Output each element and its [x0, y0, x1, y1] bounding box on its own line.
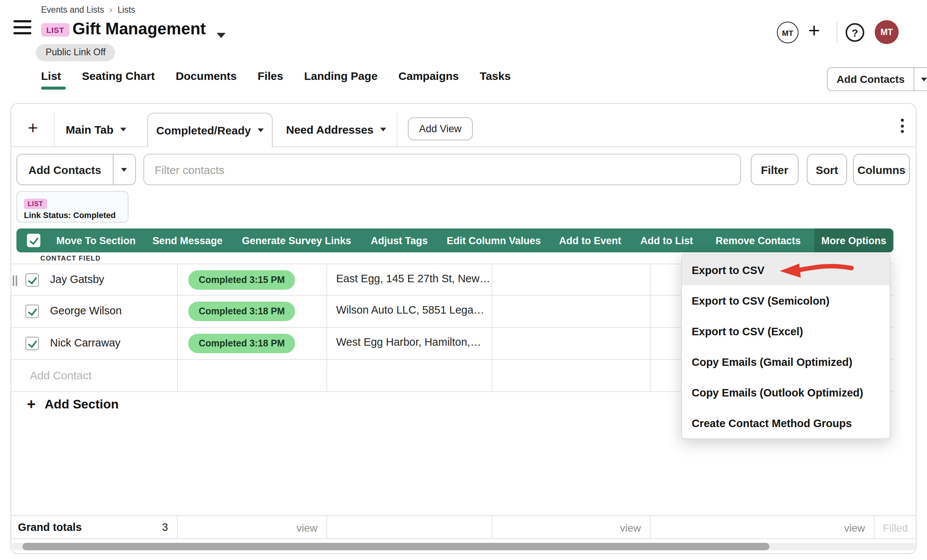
sort-button[interactable]: Sort: [807, 154, 847, 185]
add-section-label: Add Section: [44, 397, 119, 412]
tab-list[interactable]: List: [41, 70, 61, 82]
column-divider: [327, 328, 327, 359]
column-divider: [650, 328, 650, 359]
row-checkbox[interactable]: [26, 305, 39, 318]
chevron-down-icon[interactable]: [217, 33, 226, 38]
chevron-down-icon[interactable]: [258, 128, 264, 132]
add-section-button[interactable]: + Add Section: [27, 396, 119, 413]
send-message-button[interactable]: Send Message: [142, 229, 233, 252]
status-pill[interactable]: Completed 3:18 PM: [188, 302, 295, 321]
column-divider: [650, 516, 650, 538]
horizontal-scrollbar-thumb[interactable]: [23, 543, 769, 550]
kebab-menu-icon[interactable]: [901, 119, 904, 133]
link-status-chip: LIST Link Status: Completed: [17, 191, 129, 223]
add-contacts-button-top[interactable]: Add Contacts: [827, 67, 927, 91]
view-total-link[interactable]: view: [491, 522, 641, 534]
column-divider: [491, 328, 492, 359]
column-header-contact-field: CONTACT FIELD: [40, 255, 101, 262]
column-divider: [491, 296, 492, 327]
contact-name[interactable]: Jay Gatsby: [50, 273, 104, 285]
add-to-list-button[interactable]: Add to List: [631, 229, 702, 252]
status-pill[interactable]: Completed 3:15 PM: [188, 270, 295, 290]
more-options-button[interactable]: More Options: [814, 229, 894, 252]
grand-totals-count: 3: [101, 521, 168, 533]
add-contacts-button[interactable]: Add Contacts: [17, 154, 135, 185]
column-divider: [650, 360, 650, 391]
filter-button[interactable]: Filter: [751, 154, 798, 185]
chevron-down-icon[interactable]: [913, 68, 927, 90]
filter-contacts-input[interactable]: [143, 154, 741, 185]
plus-icon: +: [27, 396, 35, 413]
workspace-avatar[interactable]: MT: [777, 22, 798, 43]
breadcrumb-events-and-lists[interactable]: Events and Lists: [41, 5, 104, 14]
view-tab-label: Main Tab: [66, 123, 114, 135]
list-type-badge: LIST: [24, 199, 47, 209]
contact-name[interactable]: George Wilson: [50, 305, 122, 317]
tab-campaigns[interactable]: Campaigns: [398, 70, 459, 82]
column-divider: [327, 360, 327, 391]
bulk-action-bar: Move To Section Send Message Generate Su…: [17, 229, 894, 252]
grand-totals-row: Grand totals 3 view view view Filled: [11, 515, 916, 539]
contact-address[interactable]: East Egg, 145 E 27th St, New…: [336, 273, 490, 284]
tab-files[interactable]: Files: [258, 70, 283, 82]
user-avatar[interactable]: MT: [875, 20, 899, 44]
breadcrumb-lists[interactable]: Lists: [118, 5, 135, 14]
contact-address[interactable]: Wilson Auto LLC, 5851 Lega…: [336, 304, 485, 316]
menu-item-copy-emails-gmail[interactable]: Copy Emails (Gmail Optimized): [682, 346, 890, 377]
view-tab-separator: [54, 113, 55, 146]
row-checkbox[interactable]: [26, 273, 39, 287]
add-view-button[interactable]: Add View: [408, 117, 473, 140]
add-to-event-button[interactable]: Add to Event: [549, 229, 631, 252]
list-type-badge: LIST: [41, 23, 70, 36]
view-total-link[interactable]: view: [650, 522, 865, 534]
breadcrumb: Events and Lists › Lists: [41, 5, 135, 15]
add-contact-placeholder[interactable]: Add Contact: [30, 369, 91, 382]
chevron-down-icon[interactable]: [112, 155, 135, 184]
menu-item-export-to-csv-excel[interactable]: Export to CSV (Excel): [682, 316, 890, 346]
chevron-down-icon[interactable]: [380, 127, 386, 131]
select-all-cell: [17, 229, 50, 252]
remove-contacts-button[interactable]: Remove Contacts: [702, 229, 814, 252]
move-to-section-button[interactable]: Move To Section: [50, 229, 142, 252]
adjust-tags-button[interactable]: Adjust Tags: [360, 229, 438, 252]
view-tab-need-addresses[interactable]: Need Addresses: [286, 112, 386, 146]
add-icon[interactable]: +: [808, 20, 820, 42]
column-divider: [177, 360, 178, 391]
hamburger-menu-icon[interactable]: [14, 20, 31, 34]
help-icon[interactable]: ?: [846, 23, 864, 42]
public-link-status-pill[interactable]: Public Link Off: [36, 44, 115, 61]
column-divider: [491, 264, 492, 295]
select-all-checkbox[interactable]: [26, 234, 40, 247]
add-contacts-label: Add Contacts: [17, 163, 112, 176]
status-pill[interactable]: Completed 3:18 PM: [188, 334, 295, 353]
nav-tabs: List Seating Chart Documents Files Landi…: [41, 70, 511, 82]
edit-column-values-button[interactable]: Edit Column Values: [438, 229, 549, 252]
chevron-right-icon: ›: [109, 5, 112, 15]
menu-item-create-contact-method-groups[interactable]: Create Contact Method Groups: [682, 408, 890, 438]
chevron-down-icon[interactable]: [120, 127, 126, 131]
contact-address[interactable]: West Egg Harbor, Hamilton,…: [336, 336, 481, 348]
view-tab-main-tab[interactable]: Main Tab: [66, 112, 126, 146]
menu-item-copy-emails-outlook[interactable]: Copy Emails (Outlook Optimized): [682, 377, 890, 408]
tab-tasks[interactable]: Tasks: [480, 70, 511, 82]
view-total-link[interactable]: view: [177, 522, 318, 534]
row-checkbox[interactable]: [26, 337, 39, 350]
column-divider: [650, 264, 650, 295]
columns-button[interactable]: Columns: [853, 154, 910, 185]
tab-documents[interactable]: Documents: [176, 70, 236, 82]
add-view-tab-icon[interactable]: +: [23, 117, 43, 139]
generate-survey-links-button[interactable]: Generate Survey Links: [233, 229, 360, 252]
view-tab-separator: [397, 113, 397, 146]
red-arrow-annotation: [774, 261, 854, 284]
drag-handle-icon[interactable]: [13, 276, 17, 286]
tab-landing-page[interactable]: Landing Page: [304, 70, 378, 82]
view-tab-completed-ready[interactable]: Completed/Ready: [147, 113, 273, 147]
grand-totals-label: Grand totals: [18, 521, 82, 533]
column-divider: [650, 296, 650, 327]
column-divider: [177, 264, 178, 295]
column-divider: [327, 264, 327, 295]
contact-name[interactable]: Nick Carraway: [50, 337, 121, 349]
menu-item-export-to-csv-semicolon[interactable]: Export to CSV (Semicolon): [682, 285, 890, 316]
tab-seating-chart[interactable]: Seating Chart: [82, 70, 155, 82]
header-divider: [837, 23, 837, 42]
